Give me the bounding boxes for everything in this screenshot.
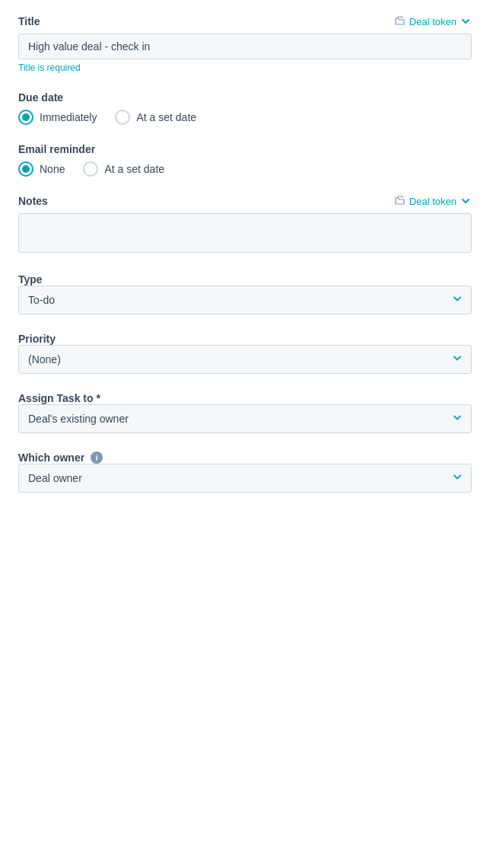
- which-owner-info-icon[interactable]: i: [91, 452, 103, 464]
- assign-task-select[interactable]: Deal's existing owner Specific user: [18, 404, 472, 433]
- due-date-immediately-option[interactable]: Immediately: [18, 110, 97, 125]
- notes-deal-token-label: Deal token: [409, 196, 457, 207]
- notes-label: Notes: [18, 195, 48, 207]
- priority-section: Priority (None) Low Medium High: [18, 333, 472, 374]
- assign-task-label: Assign Task to *: [18, 392, 472, 404]
- deal-token-label: Deal token: [409, 16, 457, 27]
- notes-deal-token-chevron-icon: [460, 195, 472, 207]
- type-select-wrapper: To-do Call Email Meeting: [18, 286, 472, 314]
- which-owner-label-text: Which owner: [18, 452, 84, 464]
- type-label: Type: [18, 273, 472, 286]
- deal-token-button[interactable]: Deal token: [394, 15, 472, 27]
- email-reminder-radio-group: None At a set date: [18, 161, 472, 177]
- priority-select-wrapper: (None) Low Medium High: [18, 345, 472, 374]
- notes-textarea[interactable]: [18, 213, 472, 253]
- priority-label: Priority: [18, 333, 472, 345]
- email-reminder-none-radio[interactable]: [18, 161, 33, 177]
- due-date-immediately-radio[interactable]: [18, 110, 33, 125]
- type-section: Type To-do Call Email Meeting: [18, 273, 472, 314]
- email-reminder-label: Email reminder: [18, 143, 472, 155]
- assign-task-required-star: *: [96, 392, 100, 404]
- email-reminder-section: Email reminder None At a set date: [18, 143, 472, 177]
- notes-deal-token-button[interactable]: Deal token: [394, 195, 472, 207]
- assign-task-label-text: Assign Task to: [18, 392, 94, 404]
- due-date-set-date-label: At a set date: [136, 111, 196, 123]
- email-reminder-set-date-label: At a set date: [104, 163, 164, 175]
- due-date-label: Due date: [18, 91, 472, 104]
- title-input[interactable]: [18, 34, 472, 59]
- assign-task-select-wrapper: Deal's existing owner Specific user: [18, 404, 472, 433]
- due-date-set-date-option[interactable]: At a set date: [115, 110, 196, 125]
- email-reminder-none-label: None: [40, 163, 65, 175]
- email-reminder-set-date-radio[interactable]: [83, 161, 98, 177]
- email-reminder-none-option[interactable]: None: [18, 161, 65, 177]
- due-date-section: Due date Immediately At a set date: [18, 91, 472, 125]
- assign-task-section: Assign Task to * Deal's existing owner S…: [18, 392, 472, 433]
- which-owner-select[interactable]: Deal owner Company owner Contact owner: [18, 464, 472, 493]
- deal-token-chevron-icon: [460, 15, 472, 27]
- due-date-immediately-label: Immediately: [40, 111, 97, 123]
- due-date-set-date-radio[interactable]: [115, 110, 130, 125]
- notes-section: Notes Deal token: [18, 195, 472, 255]
- due-date-radio-group: Immediately At a set date: [18, 110, 472, 125]
- priority-select[interactable]: (None) Low Medium High: [18, 345, 472, 374]
- notes-deal-token-icon: [394, 195, 406, 207]
- type-select[interactable]: To-do Call Email Meeting: [18, 286, 472, 314]
- which-owner-select-wrapper: Deal owner Company owner Contact owner: [18, 464, 472, 493]
- which-owner-label-row: Which owner i: [18, 452, 472, 464]
- title-section: Title Deal token Title is required: [18, 15, 472, 73]
- email-reminder-set-date-option[interactable]: At a set date: [83, 161, 164, 177]
- title-error: Title is required: [18, 62, 472, 73]
- title-field-header: Title Deal token: [18, 15, 472, 27]
- which-owner-section: Which owner i Deal owner Company owner C…: [18, 452, 472, 493]
- deal-token-icon: [394, 15, 406, 27]
- title-label: Title: [18, 15, 40, 27]
- notes-field-header: Notes Deal token: [18, 195, 472, 207]
